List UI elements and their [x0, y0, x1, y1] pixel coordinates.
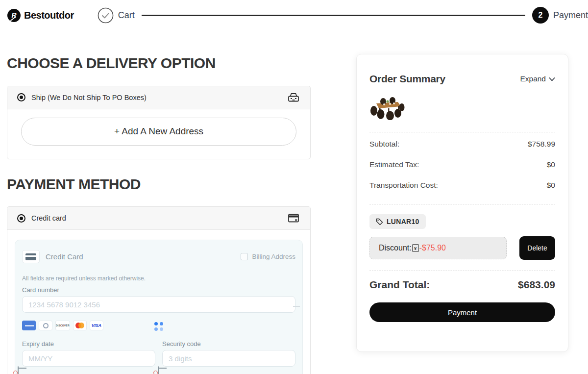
card-number-label: Card number — [22, 286, 295, 294]
credit-card-radio[interactable] — [17, 214, 25, 223]
grand-total-row: Grand Total: $683.09 — [369, 279, 555, 291]
coupon-currency-icon: ¥ — [412, 244, 419, 252]
billing-address-label: Billing Address — [252, 253, 295, 260]
transportation-cost-label: Transportation Cost: — [369, 181, 438, 190]
divider — [369, 271, 555, 271]
credit-card-option-label: Credit card — [31, 214, 287, 222]
discover-icon: DISCOVER — [55, 321, 70, 330]
step-payment-number: 2 — [532, 7, 549, 24]
discount-label: Discount: — [379, 244, 412, 252]
amex-icon — [22, 321, 36, 330]
discount-pill: Discount: ¥ -$75.90 — [369, 237, 507, 259]
header: R Bestoutdor Cart 2 Payment — [0, 0, 588, 30]
product-thumbnail — [369, 96, 405, 120]
delivery-heading: CHOOSE A DELIVERY OPTION — [7, 55, 311, 72]
payment-method-box: Credit card Credit Card Billing Address … — [7, 206, 311, 374]
tag-icon — [376, 218, 383, 225]
divider — [369, 204, 555, 204]
estimated-tax-row: Estimated Tax: $0 — [369, 153, 555, 174]
step-cart-check-icon — [98, 7, 114, 24]
credit-card-option-row[interactable]: Credit card — [7, 207, 310, 230]
discount-value: -$75.90 — [419, 244, 446, 252]
required-note: All fields are required unless marked ot… — [22, 275, 295, 282]
brand-logo[interactable]: R Bestoutdor — [7, 9, 74, 22]
subtotal-row: Subtotal: $758.99 — [369, 132, 555, 153]
add-address-button[interactable]: + Add A New Address — [21, 118, 296, 146]
card-brands-row: DISCOVER VISA — [22, 320, 295, 331]
order-summary-card: Order Summary Expand Subtotal: $758.99 E… — [356, 54, 568, 352]
chevron-down-icon — [549, 77, 555, 81]
grand-total-label: Grand Total: — [369, 279, 430, 291]
credit-card-icon — [287, 212, 300, 224]
subtotal-value: $758.99 — [528, 140, 555, 149]
expand-label: Expand — [520, 75, 546, 83]
step-cart-label[interactable]: Cart — [118, 10, 135, 21]
step-connector-line — [142, 15, 525, 16]
brand-logo-icon: R — [7, 9, 21, 22]
credit-card-form-icon — [22, 250, 40, 263]
discount-row: Discount: ¥ -$75.90 Delete — [369, 236, 555, 260]
subtotal-label: Subtotal: — [369, 140, 399, 149]
credit-card-form-title: Credit Card — [46, 252, 83, 261]
grand-total-value: $683.09 — [518, 279, 555, 291]
transportation-cost-value: $0 — [547, 181, 555, 190]
expand-toggle[interactable]: Expand — [520, 75, 555, 83]
card-number-input[interactable] — [22, 296, 295, 313]
ship-option-label: Ship (We Do Not Ship To PO Boxes) — [31, 94, 287, 101]
coupon-chip: LUNAR10 — [369, 214, 426, 229]
estimated-tax-label: Estimated Tax: — [369, 160, 419, 169]
mastercard-icon — [73, 321, 87, 330]
delivery-option-body: + Add A New Address — [7, 109, 310, 159]
shipping-truck-icon — [287, 92, 300, 103]
payment-button[interactable]: Payment — [369, 302, 555, 322]
checkout-main: CHOOSE A DELIVERY OPTION Ship (We Do Not… — [7, 55, 311, 374]
delivery-option-box: Ship (We Do Not Ship To PO Boxes) + Add … — [7, 86, 311, 159]
estimated-tax-value: $0 — [547, 160, 555, 169]
payment-heading: PAYMENT METHOD — [7, 176, 311, 193]
coupon-code: LUNAR10 — [387, 218, 419, 225]
ship-radio[interactable] — [17, 93, 25, 101]
cvv-card-icon — [158, 366, 159, 374]
security-code-label: Security code — [162, 340, 295, 348]
step-payment-label: Payment — [553, 10, 588, 21]
delete-coupon-button[interactable]: Delete — [519, 236, 555, 260]
diners-club-icon — [39, 321, 52, 330]
security-code-input[interactable] — [162, 350, 295, 367]
expiry-date-input[interactable] — [22, 350, 155, 367]
billing-address-checkbox[interactable] — [241, 253, 248, 260]
checkout-steps: Cart 2 Payment — [98, 7, 588, 24]
expiry-date-label: Expiry date — [22, 340, 155, 348]
visa-icon: VISA — [90, 321, 103, 330]
ship-option-row[interactable]: Ship (We Do Not Ship To PO Boxes) — [7, 86, 310, 109]
expiry-card-icon — [18, 366, 19, 374]
loading-dots-spinner — [154, 322, 163, 331]
brand-name: Bestoutdor — [24, 10, 74, 21]
transportation-cost-row: Transportation Cost: $0 — [369, 174, 555, 194]
credit-card-form: Credit Card Billing Address All fields a… — [15, 240, 303, 374]
order-summary-title: Order Summary — [369, 73, 445, 85]
